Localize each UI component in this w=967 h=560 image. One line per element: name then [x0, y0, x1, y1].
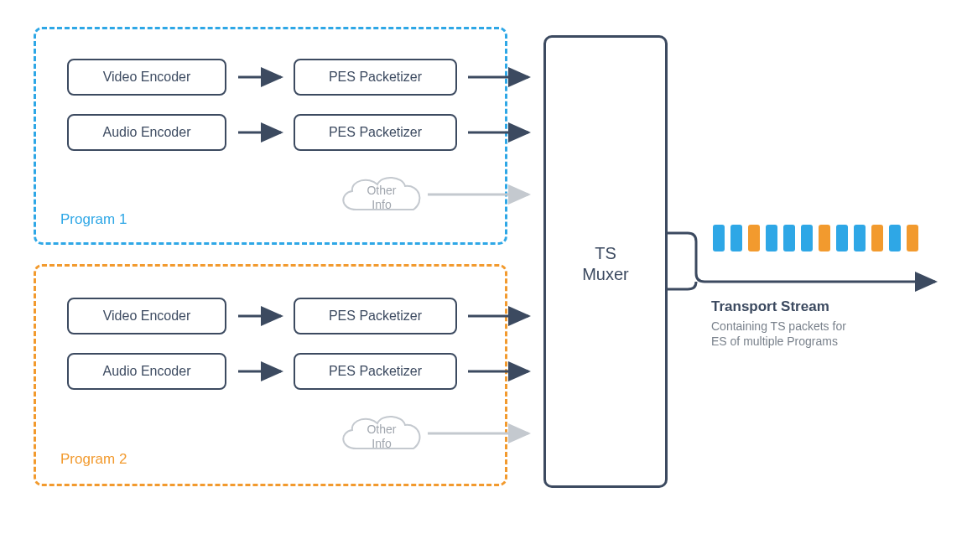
packet-blue — [836, 225, 848, 251]
packet-orange — [907, 225, 918, 251]
arrows-layer — [0, 0, 967, 560]
packet-blue — [766, 225, 777, 251]
packet-blue — [730, 225, 742, 251]
transport-stream-title: Transport Stream — [711, 298, 829, 315]
ts-sub-l2: ES of multiple Programs — [711, 334, 838, 348]
muxer-l2: Muxer — [582, 265, 629, 283]
ts-sub-l1: Containing TS packets for — [711, 319, 846, 333]
packet-orange — [871, 225, 883, 251]
muxer-l1: TS — [595, 244, 616, 262]
packet-stream — [713, 225, 918, 251]
packet-orange — [748, 225, 760, 251]
packet-blue — [854, 225, 866, 251]
ts-muxer-label: TS Muxer — [579, 243, 632, 285]
transport-stream-subtitle: Containing TS packets for ES of multiple… — [711, 319, 846, 349]
packet-blue — [783, 225, 795, 251]
packet-orange — [819, 225, 830, 251]
packet-blue — [889, 225, 901, 251]
packet-blue — [801, 225, 813, 251]
packet-blue — [713, 225, 725, 251]
diagram-canvas: Program 1 Video Encoder Audio Encoder PE… — [0, 0, 967, 560]
